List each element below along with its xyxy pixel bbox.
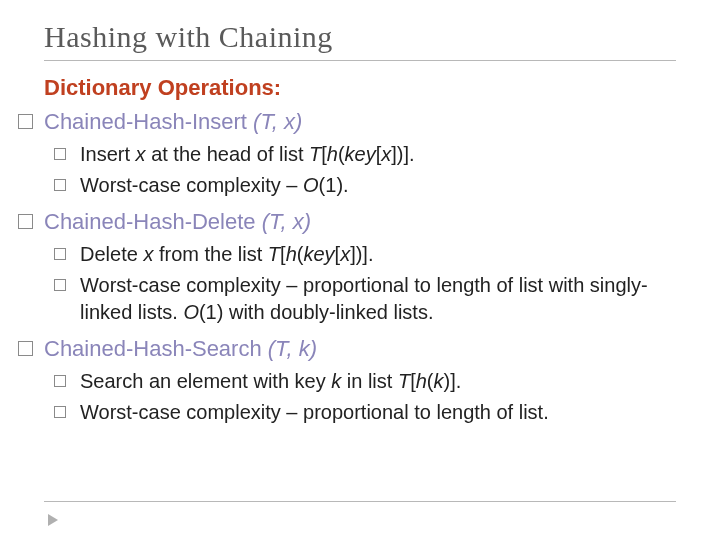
- slide-title: Hashing with Chaining: [44, 20, 676, 54]
- list-item: Insert x at the head of list T[h(key[x])…: [80, 141, 676, 168]
- list-item: Search an element with key k in list T[h…: [80, 368, 676, 395]
- op-search-heading: Chained-Hash-Search (T, k): [44, 336, 676, 362]
- op-delete-heading: Chained-Hash-Delete (T, x): [44, 209, 676, 235]
- op-args: (T, x): [253, 109, 302, 134]
- op-search-details: Search an element with key k in list T[h…: [44, 368, 676, 426]
- list-item: Worst-case complexity – O(1).: [80, 172, 676, 199]
- op-delete-details: Delete x from the list T[h(key[x])]. Wor…: [44, 241, 676, 326]
- list-item: Worst-case complexity – proportional to …: [80, 399, 676, 426]
- nav-arrow-icon: [48, 514, 58, 526]
- op-insert-heading: Chained-Hash-Insert (T, x): [44, 109, 676, 135]
- op-insert-details: Insert x at the head of list T[h(key[x])…: [44, 141, 676, 199]
- section-subheading: Dictionary Operations:: [44, 75, 676, 101]
- list-item: Delete x from the list T[h(key[x])].: [80, 241, 676, 268]
- op-args: (T, k): [268, 336, 317, 361]
- list-item: Worst-case complexity – proportional to …: [80, 272, 676, 326]
- op-name: Chained-Hash-Search: [44, 336, 262, 361]
- slide-content: Hashing with Chaining Dictionary Operati…: [0, 0, 720, 426]
- bottom-divider: [44, 501, 676, 502]
- op-args: (T, x): [262, 209, 311, 234]
- title-divider: [44, 60, 676, 61]
- op-name: Chained-Hash-Delete: [44, 209, 256, 234]
- op-name: Chained-Hash-Insert: [44, 109, 247, 134]
